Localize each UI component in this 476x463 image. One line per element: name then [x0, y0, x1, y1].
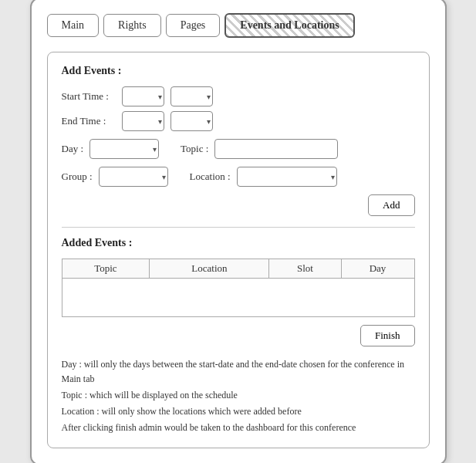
table-body-row [62, 278, 414, 316]
col-topic: Topic [62, 259, 150, 278]
day-topic-row: Day : Topic : [62, 139, 415, 159]
topic-label: Topic : [181, 143, 208, 155]
start-time-label: Start Time : [62, 90, 116, 103]
note-topic: Topic : which will be displayed on the s… [62, 388, 415, 403]
group-select[interactable] [99, 167, 168, 187]
content-panel: Add Events : Start Time : End Time : [47, 52, 430, 449]
start-time-hour-select[interactable] [122, 86, 164, 106]
start-time-hour-wrapper [122, 86, 164, 106]
table-body-cell [62, 278, 414, 316]
end-time-min-wrapper [170, 111, 213, 131]
tab-pages[interactable]: Pages [166, 14, 221, 37]
group-label: Group : [62, 171, 93, 183]
notes-section: Day : will only the days between the sta… [62, 357, 415, 436]
group-location-row: Group : Location : [62, 167, 415, 187]
tab-bar: Main Rights Pages Events and Locations [47, 13, 430, 38]
start-time-min-wrapper [170, 86, 213, 106]
start-time-min-select[interactable] [170, 86, 213, 106]
col-slot: Slot [269, 259, 341, 278]
start-time-row: Start Time : [62, 86, 415, 106]
topic-input[interactable] [214, 139, 338, 159]
end-time-min-select[interactable] [170, 111, 213, 131]
finish-button[interactable]: Finish [360, 325, 415, 346]
note-day: Day : will only the days between the sta… [62, 357, 415, 387]
day-label: Day : [62, 143, 84, 155]
tab-events-locations[interactable]: Events and Locations [224, 13, 354, 38]
location-select[interactable] [237, 167, 337, 187]
end-time-hour-wrapper [122, 111, 164, 131]
tab-main[interactable]: Main [47, 14, 100, 37]
location-select-wrapper [237, 167, 337, 187]
group-select-wrapper [99, 167, 168, 187]
end-time-label: End Time : [62, 115, 116, 127]
section-divider [62, 227, 415, 228]
add-button[interactable]: Add [368, 194, 414, 216]
end-time-hour-select[interactable] [122, 111, 164, 131]
end-time-row: End Time : [62, 111, 415, 131]
note-finish: After clicking finish admin would be tak… [62, 421, 415, 435]
main-container: Main Rights Pages Events and Locations A… [30, 0, 447, 463]
table-header-row: Topic Location Slot Day [62, 259, 414, 278]
add-events-title: Add Events : [62, 65, 415, 77]
time-group: Start Time : End Time : [62, 86, 415, 131]
day-select[interactable] [89, 139, 159, 159]
note-location: Location : will only show the locations … [62, 404, 415, 419]
location-label: Location : [190, 171, 231, 183]
added-events-title: Added Events : [62, 237, 415, 249]
col-day: Day [341, 259, 414, 278]
tab-rights[interactable]: Rights [103, 14, 161, 37]
events-table: Topic Location Slot Day [62, 259, 415, 317]
col-location: Location [150, 259, 269, 278]
day-select-wrapper [89, 139, 159, 159]
